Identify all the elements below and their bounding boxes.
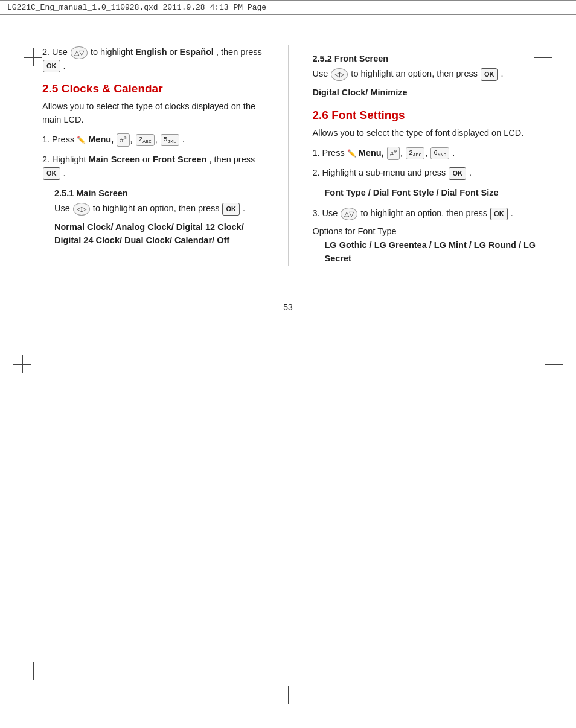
intro-step2-use: 2. Use [42, 47, 68, 57]
sub51-use: Use [54, 203, 70, 213]
step2-left: 2. Highlight Main Screen or Front Screen… [42, 153, 270, 180]
intro-then-press: , then press [216, 47, 262, 57]
sub52-use: Use [313, 69, 328, 78]
sub52-title: 2.5.2 Front Screen [313, 54, 540, 63]
sub52-body: Use ◁▷ to highlight an option, then pres… [313, 67, 540, 81]
sub51-highlight-text: to highlight an option, then press [93, 203, 220, 213]
ok-btn-52: OK [481, 68, 498, 81]
sub51-title: 2.5.1 Main Screen [54, 188, 270, 198]
section-25-heading: 2.5 Clocks & Calendar [42, 82, 270, 95]
nav-icon-52: ◁▷ [331, 68, 348, 81]
step2-main: Main Screen [89, 155, 140, 164]
step2-then: , then press [209, 155, 255, 164]
reg-mark-br [534, 662, 552, 680]
sub52-options: Digital Clock/ Minimize [313, 86, 540, 99]
section-25-body: Allows you to select the type of clocks … [42, 100, 270, 127]
sub51-options: Normal Clock/ Analog Clock/ Digital 12 C… [54, 220, 270, 247]
two-abc-key: 2ABC [136, 134, 155, 146]
nav-icon-step3r: △▽ [341, 208, 357, 220]
step2r-options: Font Type / Dial Font Style / Dial Font … [325, 186, 540, 199]
sub51-body: Use ◁▷ to highlight an option, then pres… [54, 202, 270, 216]
intro-espanol: Español [180, 47, 214, 57]
right-column: 2.5.2 Front Screen Use ◁▷ to highlight a… [289, 45, 540, 266]
bottom-rule [36, 290, 540, 290]
step1r-label: 1. Press [313, 148, 345, 158]
header-text: LG221C_Eng_manual_1.0_110928.qxd 2011.9.… [7, 3, 266, 12]
step2-label: 2. Highlight [42, 155, 86, 164]
reg-mark-tr [534, 48, 552, 66]
options-label: Options for Font Type [313, 226, 540, 236]
step2-right: 2. Highlight a sub-menu and press OK . [313, 166, 540, 180]
hash-key-r: #⊕ [387, 147, 400, 160]
step1-menu: Menu, [88, 135, 116, 144]
step3r-label: 3. Use [313, 208, 338, 218]
ok-btn-51: OK [222, 203, 240, 216]
step2r-label: 2. Highlight a sub-menu and press [313, 168, 446, 177]
ok-btn-step3r: OK [490, 208, 508, 220]
nav-icon-intro: △▽ [71, 46, 88, 59]
step2-or: or [142, 155, 150, 164]
reg-mark-bl [24, 662, 42, 680]
step1-left: 1. Press ✏️ Menu, #⊕, 2ABC, 5JKL . [42, 133, 270, 147]
intro-or: or [170, 47, 178, 57]
five-jkl-key: 5JKL [161, 134, 179, 146]
nav-icon-51: ◁▷ [73, 203, 90, 216]
step3r-highlight-text: to highlight an option, then press [360, 208, 487, 218]
section-26-body: Allows you to select the type of font di… [313, 127, 540, 140]
hash-key: #⊕ [117, 133, 129, 147]
ok-btn-step2r: OK [449, 167, 466, 180]
page-header: LG221C_Eng_manual_1.0_110928.qxd 2011.9.… [0, 0, 576, 15]
step3-right: 3. Use △▽ to highlight an option, then p… [313, 206, 540, 220]
intro-step2-to-highlight: to highlight [91, 47, 135, 57]
center-mark-bottom [279, 686, 297, 704]
step1-right: 1. Press ✏️ Menu, #⊕, 2ABC, 6MNO . [313, 146, 540, 160]
intro-step2: 2. Use △▽ to highlight English or Españo… [42, 45, 270, 72]
ok-btn-intro: OK [43, 60, 60, 72]
six-mno-key: 6MNO [430, 147, 449, 159]
content-area: 2. Use △▽ to highlight English or Españo… [0, 27, 576, 284]
two-abc-key-r: 2ABC [406, 147, 424, 159]
sub52-highlight-text: to highlight an option, then press [351, 69, 478, 78]
pencil-icon: ✏️ [77, 135, 86, 146]
pencil-icon-right: ✏️ [347, 148, 356, 159]
center-mark-right [545, 355, 563, 373]
center-mark-left [13, 355, 31, 373]
options-values: LG Gothic / LG Greentea / LG Mint / LG R… [325, 238, 540, 266]
ok-btn-step2: OK [43, 167, 60, 180]
intro-english: English [135, 47, 167, 57]
step1r-menu: Menu, [359, 148, 386, 158]
step1-label: 1. Press [42, 135, 74, 144]
page-number: 53 [0, 302, 576, 312]
reg-mark-tl [24, 48, 42, 66]
left-column: 2. Use △▽ to highlight English or Españo… [42, 45, 289, 266]
section-26-heading: 2.6 Font Settings [313, 109, 540, 122]
step2-front: Front Screen [153, 155, 206, 164]
